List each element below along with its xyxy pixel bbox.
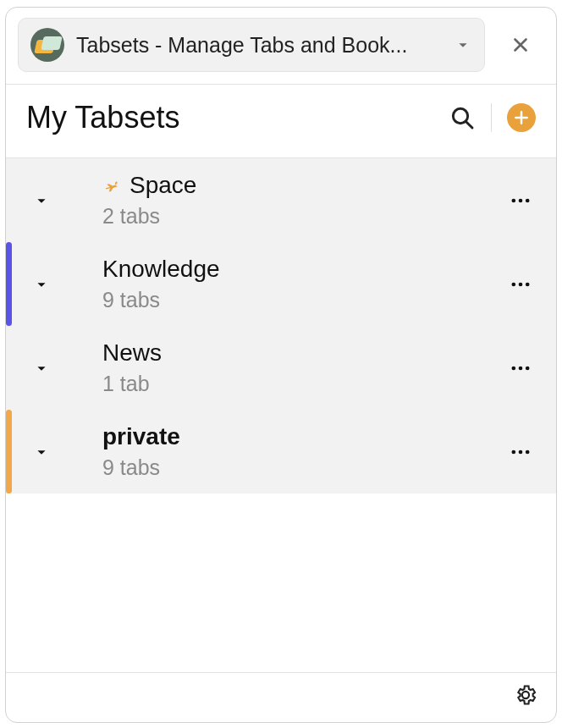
pin-icon [102,176,121,195]
row-body: News1 tab [77,339,504,396]
chevron-down-icon [32,359,51,378]
tabset-name: News [102,339,162,367]
more-horizontal-icon [509,189,532,212]
page-title: My Tabsets [26,100,449,135]
extension-icon [30,28,64,62]
more-button[interactable] [504,189,537,212]
tabset-row[interactable]: Knowledge9 tabs [6,242,556,326]
more-button[interactable] [504,273,537,296]
row-title-line: Space [102,172,504,199]
close-icon [510,34,532,56]
chevron-down-icon [32,275,51,294]
svg-line-1 [466,122,472,128]
tabset-count: 1 tab [102,372,504,396]
plus-icon [513,109,530,126]
tabset-row[interactable]: News1 tab [6,326,556,410]
spacer [6,494,556,672]
accent-bar [6,410,12,494]
svg-point-7 [526,282,530,286]
svg-point-10 [526,366,530,370]
close-button[interactable] [497,21,544,69]
tab-selector[interactable]: Tabsets - Manage Tabs and Book... [18,18,485,72]
chevron-down-icon [454,36,472,54]
tab-title: Tabsets - Manage Tabs and Book... [76,33,442,58]
more-horizontal-icon [509,273,532,296]
svg-point-4 [526,198,530,202]
expand-toggle[interactable] [6,359,77,378]
chevron-down-icon [32,443,51,461]
svg-point-13 [526,449,530,454]
separator [491,103,492,132]
row-body: Space2 tabs [77,172,504,229]
row-body: Knowledge9 tabs [77,256,504,312]
search-icon [449,104,476,131]
expand-toggle[interactable] [6,275,77,294]
chevron-down-icon [32,191,51,210]
svg-point-12 [519,449,523,454]
more-button[interactable] [504,440,537,464]
tabset-count: 9 tabs [102,455,504,480]
header-actions [449,103,536,132]
svg-point-9 [519,366,523,370]
page-header: My Tabsets [6,85,556,157]
svg-point-3 [519,198,523,202]
expand-toggle[interactable] [6,191,77,210]
tabset-name: Knowledge [102,256,220,283]
svg-point-8 [512,366,516,370]
row-title-line: News [102,339,504,367]
gear-icon [514,683,537,707]
settings-button[interactable] [514,683,537,707]
more-horizontal-icon [509,356,532,380]
svg-point-6 [519,282,523,286]
accent-bar [6,242,12,326]
tabset-count: 2 tabs [102,204,504,229]
tabset-row[interactable]: private9 tabs [6,410,556,494]
svg-point-11 [512,449,516,454]
window-topbar: Tabsets - Manage Tabs and Book... [6,8,556,84]
tabset-list: Space2 tabsKnowledge9 tabsNews1 tabpriva… [6,158,556,494]
svg-point-2 [512,198,516,202]
tabset-count: 9 tabs [102,288,504,312]
row-title-line: Knowledge [102,256,504,283]
tabset-name: private [102,423,180,450]
svg-point-5 [512,282,516,286]
expand-toggle[interactable] [6,443,77,461]
more-horizontal-icon [509,440,532,464]
tabset-row[interactable]: Space2 tabs [6,158,556,242]
app-window: Tabsets - Manage Tabs and Book... My Tab… [5,7,557,723]
footer [6,672,556,722]
add-tabset-button[interactable] [507,103,536,132]
row-body: private9 tabs [77,423,504,480]
search-button[interactable] [449,104,476,131]
row-title-line: private [102,423,504,450]
tabset-name: Space [129,172,196,199]
more-button[interactable] [504,356,537,380]
